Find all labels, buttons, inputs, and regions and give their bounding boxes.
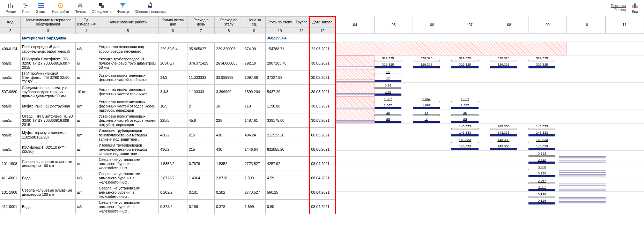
gantt-bar[interactable] xyxy=(413,107,440,109)
gantt-bar[interactable] xyxy=(528,142,555,143)
cell: 5437.29 xyxy=(266,84,294,99)
gantt-bar[interactable] xyxy=(528,134,555,136)
gantt-bar[interactable] xyxy=(490,148,517,150)
cell: 339175.08 xyxy=(266,113,294,128)
gantt-bar[interactable] xyxy=(528,155,555,157)
gantt-bar[interactable] xyxy=(451,142,478,143)
gantt-bar[interactable] xyxy=(375,80,401,82)
col-qty[interactable]: Кол-во всего/ дни xyxy=(159,16,187,28)
gantt-bar[interactable] xyxy=(375,107,401,109)
gantt-bar[interactable] xyxy=(413,66,440,68)
gantt-bar[interactable] xyxy=(451,107,478,109)
gantt-bar[interactable] xyxy=(528,202,555,204)
merge-button[interactable]: Объединить xyxy=(89,1,114,14)
cell: 0.101 xyxy=(187,185,215,200)
bar-label: 329.325 xyxy=(490,62,517,66)
table-row[interactable]: прайсМуфта PERT 32 раструбнаяштУстановка… xyxy=(0,99,335,113)
materials-table[interactable]: Код Наименование материалов оборудования… xyxy=(0,16,336,214)
col-perday[interactable]: Расход в день xyxy=(187,16,215,28)
gantt-bar[interactable] xyxy=(375,114,401,116)
gantt-bar[interactable] xyxy=(413,121,440,123)
col-num-3: 3 xyxy=(21,28,76,34)
gantt-body[interactable]: 329.325329.325329.325329.325329.325329.3… xyxy=(336,33,644,205)
col-date[interactable]: Дата заказа xyxy=(310,16,335,28)
table-row[interactable]: прайсКЗС-флекс-П-32/110 (РФ) (32/90)штИз… xyxy=(0,142,335,156)
gantt-bar[interactable] xyxy=(528,169,555,170)
table-row[interactable]: 507-0880Соединительная арматура трубопро… xyxy=(0,84,335,99)
col-price[interactable]: Цена за ед. xyxy=(243,16,266,28)
gantt-bar[interactable] xyxy=(413,114,440,116)
gantt-bar[interactable] xyxy=(528,66,555,68)
gantt-bar[interactable] xyxy=(490,134,517,136)
gantt-row: 0.9580.958 xyxy=(336,164,644,178)
cell: 1.5352 xyxy=(215,156,243,171)
gantt-bar[interactable] xyxy=(528,189,555,191)
table-row[interactable]: 408-0124Песок природный для строительных… xyxy=(0,42,335,56)
col-code[interactable]: Код xyxy=(0,16,21,28)
table-row[interactable]: 411-0001Водам3Сверление установками алма… xyxy=(0,200,335,214)
gantt-bar[interactable] xyxy=(528,196,555,197)
col-cost[interactable]: Ст-ть по этапу xyxy=(266,16,294,28)
gantt-bar[interactable] xyxy=(528,128,555,129)
bar-label: 1.667 xyxy=(375,97,401,101)
bar-label: 143.333 xyxy=(451,131,478,134)
col-group[interactable]: Группа xyxy=(294,16,310,28)
gantt-row: 8.58.5 xyxy=(336,69,644,83)
gantt-bar[interactable] xyxy=(528,148,555,150)
gantt-bar[interactable] xyxy=(451,128,478,129)
table-row[interactable]: 101-1908Сверла кольцевые алмазные диамет… xyxy=(0,156,335,171)
gantt-bar[interactable] xyxy=(375,87,401,89)
gantt-bar[interactable] xyxy=(451,60,478,61)
table-row[interactable]: прайсГПИ-труба Смитфлекс_ПВ 32/90 ТУ BY … xyxy=(0,56,335,70)
gantt-bar[interactable] xyxy=(528,60,555,61)
gantt-bar[interactable] xyxy=(451,121,478,123)
cell: 376.371429 xyxy=(187,56,215,70)
gantt-bar[interactable] xyxy=(490,60,517,61)
gantt-bar[interactable] xyxy=(528,175,555,177)
col-unit[interactable]: Ед. измерения xyxy=(76,16,97,28)
gantt-bar[interactable] xyxy=(375,121,401,123)
table-row[interactable]: прайсМуфта термоусаживаемая 110х500 (32/… xyxy=(0,128,335,142)
col-num-6: 6 xyxy=(159,28,187,34)
cell: ГПИ-труба Смитфлекс_ПВ 32/90 ТУ BY 70036… xyxy=(21,56,76,70)
stages-button[interactable]: Этапы xyxy=(33,1,49,14)
table-row[interactable]: прайсГПИ-тройник угловой Смитфлекс -ПВ 3… xyxy=(0,70,335,84)
cell: 1.5352/2 xyxy=(159,156,187,171)
gantt-bar[interactable] xyxy=(490,142,517,143)
gantt-bar[interactable] xyxy=(490,128,517,129)
filter-button[interactable]: Фильтр xyxy=(114,1,132,14)
bar-label: 38 xyxy=(451,117,478,121)
gantt-bar[interactable] xyxy=(490,66,517,68)
cell: 154788.71 xyxy=(266,42,294,56)
materials-table-pane: Код Наименование материалов оборудования… xyxy=(0,16,336,246)
gantt-bar[interactable] xyxy=(375,74,401,75)
gantt-bar[interactable] xyxy=(451,66,478,68)
cell: 0.60 xyxy=(266,200,294,214)
mode-button[interactable]: Режим xyxy=(3,1,19,14)
plan-button[interactable]: План xyxy=(19,1,33,14)
gantt-bar[interactable] xyxy=(451,134,478,136)
gantt-bar[interactable] xyxy=(375,66,401,68)
gantt-bar[interactable] xyxy=(451,101,478,102)
gantt-bar[interactable] xyxy=(528,182,555,184)
refresh-button[interactable]: Обновить поставки xyxy=(132,1,168,14)
view-button[interactable]: Вид xyxy=(629,1,641,14)
gantt-bar[interactable] xyxy=(375,60,401,61)
gantt-bar[interactable] xyxy=(413,60,440,61)
group-row[interactable]: Материалы Подрядчика3602155.04 xyxy=(0,34,335,42)
col-work[interactable]: Наименование работы xyxy=(97,16,159,28)
table-row[interactable]: 411-0001Водам3Сверление установками алма… xyxy=(0,171,335,185)
col-name[interactable]: Наименование материалов оборудования xyxy=(21,16,76,28)
gantt-bar[interactable] xyxy=(528,162,555,164)
settings-button[interactable]: Настройки xyxy=(49,1,72,14)
gantt-bar[interactable] xyxy=(413,101,440,102)
gantt-bar[interactable] xyxy=(451,114,478,116)
gantt-bar[interactable] xyxy=(451,148,478,150)
gantt-bar[interactable] xyxy=(375,101,401,102)
table-row[interactable]: 101-1908Сверла кольцевые алмазные диамет… xyxy=(0,185,335,200)
print-button[interactable]: Печать xyxy=(72,1,89,14)
col-perstage[interactable]: Расход по этапу xyxy=(215,16,243,28)
cell: 101-1908 xyxy=(0,156,21,171)
gantt-bar[interactable] xyxy=(375,94,401,96)
table-row[interactable]: прайсОтвод ГПИ Смитфлекс-ПВ 90 32/90 ТУ … xyxy=(0,113,335,128)
